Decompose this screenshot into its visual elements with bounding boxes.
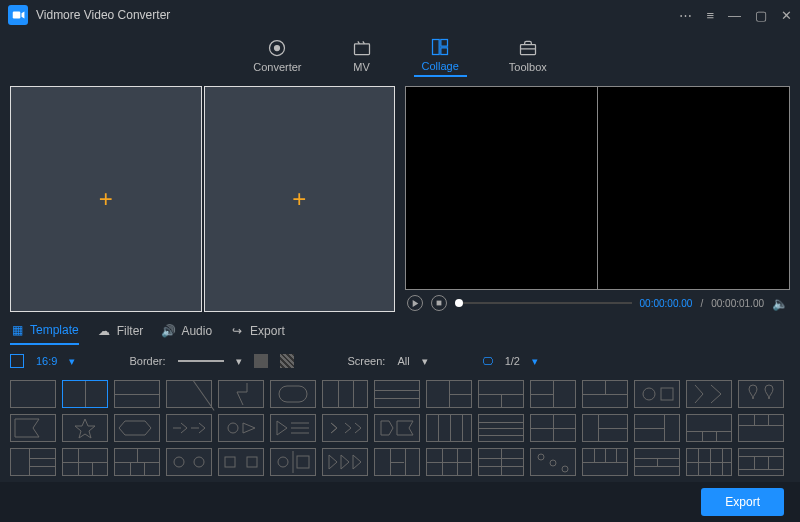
svg-rect-17 (225, 457, 235, 467)
tab-template[interactable]: ▦Template (10, 317, 79, 345)
seek-thumb[interactable] (455, 299, 463, 307)
filter-icon: ☁ (97, 324, 111, 338)
menu-icon[interactable]: ≡ (706, 8, 714, 23)
template-item[interactable] (374, 448, 420, 476)
template-item[interactable] (530, 448, 576, 476)
screen-dropdown-icon[interactable]: ▾ (422, 355, 428, 368)
template-item[interactable] (582, 414, 628, 442)
toolbox-icon (518, 39, 538, 57)
app-title: Vidmore Video Converter (36, 8, 679, 22)
template-item[interactable] (426, 448, 472, 476)
tab-filter[interactable]: ☁Filter (97, 318, 144, 344)
svg-point-3 (275, 46, 280, 51)
preview-left (406, 87, 598, 289)
close-icon[interactable]: ✕ (781, 8, 792, 23)
template-item[interactable] (374, 380, 420, 408)
svg-point-14 (228, 423, 238, 433)
template-item[interactable] (218, 380, 264, 408)
template-item[interactable] (166, 448, 212, 476)
ratio-icon[interactable] (10, 354, 24, 368)
title-bar: Vidmore Video Converter ⋯ ≡ — ▢ ✕ (0, 0, 800, 30)
template-item[interactable] (10, 448, 56, 476)
maximize-icon[interactable]: ▢ (755, 8, 767, 23)
template-item[interactable] (738, 380, 784, 408)
template-grid (0, 376, 800, 492)
svg-rect-10 (437, 301, 442, 306)
nav-toolbox[interactable]: Toolbox (501, 36, 555, 76)
slot-1[interactable]: + (10, 86, 202, 312)
display-icon[interactable]: 🖵 (482, 355, 493, 367)
svg-marker-1 (22, 12, 25, 19)
template-item[interactable] (114, 380, 160, 408)
volume-icon[interactable]: 🔈 (772, 296, 788, 311)
template-item[interactable] (166, 380, 212, 408)
template-item[interactable] (478, 448, 524, 476)
template-item[interactable] (582, 448, 628, 476)
minimize-icon[interactable]: — (728, 8, 741, 23)
template-item[interactable] (634, 448, 680, 476)
ratio-dropdown-icon[interactable]: ▾ (69, 355, 75, 368)
template-item[interactable] (738, 414, 784, 442)
template-item[interactable] (114, 414, 160, 442)
slot-2[interactable]: + (204, 86, 396, 312)
template-item[interactable] (270, 380, 316, 408)
svg-rect-0 (13, 12, 21, 19)
template-item[interactable] (270, 448, 316, 476)
border-style-picker[interactable] (280, 354, 294, 368)
template-item[interactable] (322, 448, 368, 476)
seek-bar[interactable] (455, 302, 632, 304)
nav-mv[interactable]: MV (344, 36, 380, 76)
nav-converter[interactable]: Converter (245, 36, 309, 76)
plus-icon: + (292, 185, 306, 213)
workspace: + + 00:00:00.00/00:00:01.00 🔈 (0, 82, 800, 316)
template-item[interactable] (114, 448, 160, 476)
tab-export[interactable]: ↪Export (230, 318, 285, 344)
export-button[interactable]: Export (701, 488, 784, 516)
svg-rect-20 (297, 456, 309, 468)
border-width-selector[interactable] (178, 360, 224, 362)
template-item[interactable] (10, 380, 56, 408)
svg-point-15 (174, 457, 184, 467)
svg-rect-5 (433, 40, 440, 55)
border-label: Border: (129, 355, 165, 367)
page-dropdown-icon[interactable]: ▾ (532, 355, 538, 368)
svg-point-22 (538, 454, 544, 460)
template-item[interactable] (322, 380, 368, 408)
template-item[interactable] (686, 380, 732, 408)
template-item[interactable] (738, 448, 784, 476)
template-item[interactable] (218, 448, 264, 476)
feedback-icon[interactable]: ⋯ (679, 8, 692, 23)
template-item[interactable] (426, 380, 472, 408)
template-item[interactable] (634, 414, 680, 442)
stop-button[interactable] (431, 295, 447, 311)
template-item[interactable] (530, 380, 576, 408)
template-item[interactable] (478, 380, 524, 408)
template-item[interactable] (62, 380, 108, 408)
template-item[interactable] (62, 448, 108, 476)
template-item[interactable] (686, 414, 732, 442)
template-item[interactable] (686, 448, 732, 476)
border-dropdown-icon[interactable]: ▾ (236, 355, 242, 368)
template-item[interactable] (270, 414, 316, 442)
template-item[interactable] (10, 414, 56, 442)
audio-icon: 🔊 (161, 324, 175, 338)
template-item[interactable] (530, 414, 576, 442)
template-item[interactable] (426, 414, 472, 442)
template-item[interactable] (582, 380, 628, 408)
border-color-picker[interactable] (254, 354, 268, 368)
svg-rect-11 (279, 386, 307, 402)
sub-tabs: ▦Template ☁Filter 🔊Audio ↪Export (0, 316, 800, 346)
screen-value[interactable]: All (397, 355, 409, 367)
template-item[interactable] (218, 414, 264, 442)
template-item[interactable] (634, 380, 680, 408)
play-button[interactable] (407, 295, 423, 311)
template-item[interactable] (374, 414, 420, 442)
template-item[interactable] (478, 414, 524, 442)
tab-audio[interactable]: 🔊Audio (161, 318, 212, 344)
template-item[interactable] (166, 414, 212, 442)
template-item[interactable] (62, 414, 108, 442)
ratio-value[interactable]: 16:9 (36, 355, 57, 367)
nav-collage[interactable]: Collage (414, 35, 467, 77)
template-item[interactable] (322, 414, 368, 442)
footer: Export (0, 482, 800, 522)
